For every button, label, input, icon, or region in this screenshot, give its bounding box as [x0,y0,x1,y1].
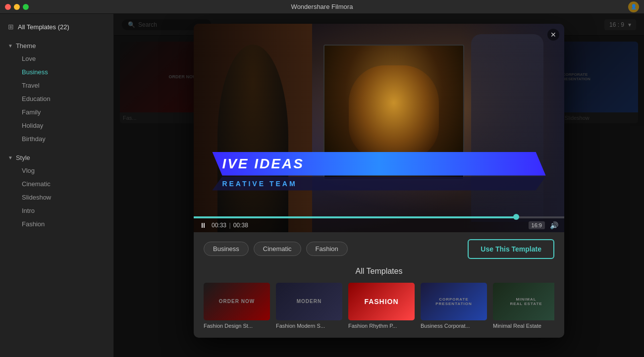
time-display: 00:33 | 00:38 [212,222,248,229]
controls-row: ⏸ 00:33 | 00:38 16:9 🔊 [194,218,564,232]
theme-section-toggle[interactable]: ▼ Theme [8,40,106,52]
theme-section-label: Theme [16,42,36,50]
sidebar-item-slideshow[interactable]: Slideshow [8,191,106,204]
mini-thumb-fashion-modern: MODERN [276,283,342,320]
avatar: 👤 [628,1,639,12]
mini-card-fashion-rhythm[interactable]: FASHION Fashion Rhythm P... [348,283,415,329]
titlebar: Wondershare Filmora 👤 [0,0,644,14]
mini-label-fashion-design: Fashion Design St... [204,323,270,329]
progress-bar-fill [194,216,516,218]
app-title: Wondershare Filmora [291,3,353,10]
all-templates-heading: All Templates [204,267,554,276]
modal-close-button[interactable]: ✕ [547,29,559,41]
tag-cinematic[interactable]: Cinematic [254,242,301,256]
sidebar-item-fashion[interactable]: Fashion [8,217,106,231]
mini-card-minimal-real-estate[interactable]: MINIMALREAL ESTATE Minimal Real Estate [493,283,554,329]
mini-thumb-fashion-design: ORDER NOW [204,283,270,320]
time-separator: | [229,222,232,229]
modal: ✕ [194,24,564,338]
templates-scroll: ORDER NOW Fashion Design St... MODERN Fa… [204,283,554,331]
controls-right: 16:9 🔊 [529,221,558,229]
style-section-label: Style [16,154,30,161]
traffic-lights [5,4,29,10]
sidebar-item-intro[interactable]: Intro [8,204,106,217]
minimize-traffic-light[interactable] [14,4,20,10]
play-pause-button[interactable]: ⏸ [200,221,207,229]
modal-footer: Business Cinematic Fashion Use This Temp… [194,232,564,338]
sidebar-item-birthday[interactable]: Birthday [8,132,106,146]
sidebar-item-holiday[interactable]: Holiday [8,119,106,132]
sidebar-item-education[interactable]: Education [8,92,106,105]
aspect-badge: 16:9 [529,221,545,229]
video-title-overlay: IVE IDEAS REATIVE TEAM [212,152,545,191]
progress-bar[interactable] [194,216,564,218]
mini-label-business-corporate: Business Corporat... [421,323,487,329]
volume-button[interactable]: 🔊 [550,221,558,229]
progress-handle[interactable] [513,214,519,220]
style-section-toggle[interactable]: ▼ Style [8,152,106,164]
tags-row: Business Cinematic Fashion Use This Temp… [204,239,554,259]
main-layout: ⊞ All Templates (22) ▼ Theme Love Busine… [0,14,644,357]
sidebar: ⊞ All Templates (22) ▼ Theme Love Busine… [0,14,114,357]
modal-video: IVE IDEAS REATIVE TEAM [194,24,564,232]
time-total: 00:38 [233,222,248,229]
sidebar-item-vlog[interactable]: Vlog [8,164,106,177]
tag-fashion[interactable]: Fashion [306,242,348,256]
video-person-left [194,24,312,232]
video-subtitle-text: REATIVE TEAM [222,180,297,188]
time-current: 00:33 [212,222,226,229]
mini-thumb-minimal-real-estate: MINIMALREAL ESTATE [493,283,554,320]
templates-icon: ⊞ [8,23,14,31]
theme-arrow-icon: ▼ [8,43,13,49]
video-subtitle-bar: REATIVE TEAM [212,177,545,191]
mini-card-fashion-modern[interactable]: MODERN Fashion Modern S... [276,283,342,329]
tag-business[interactable]: Business [204,242,249,256]
sidebar-item-cinematic[interactable]: Cinematic [8,177,106,191]
sidebar-item-business[interactable]: Business [8,65,106,79]
style-arrow-icon: ▼ [8,155,13,160]
video-title-bar: IVE IDEAS [212,152,545,176]
sidebar-item-travel[interactable]: Travel [8,79,106,92]
theme-section: ▼ Theme Love Business Travel Education F… [0,37,113,149]
close-traffic-light[interactable] [5,4,11,10]
video-scene [194,24,564,232]
video-title-text: IVE IDEAS [222,156,304,171]
mini-label-minimal-real-estate: Minimal Real Estate [493,323,554,329]
sidebar-header[interactable]: ⊞ All Templates (22) [0,19,113,35]
sidebar-header-text: All Templates (22) [18,23,69,31]
mini-thumb-fashion-rhythm: FASHION [348,283,415,320]
video-person-right [461,24,564,232]
mini-card-fashion-design[interactable]: ORDER NOW Fashion Design St... [204,283,270,329]
use-template-button[interactable]: Use This Template [468,239,554,259]
maximize-traffic-light[interactable] [23,4,29,10]
video-controls: ⏸ 00:33 | 00:38 16:9 🔊 [194,216,564,232]
content-area: 🔍 16 : 9 ▾ ORDER NOW Fas... MODERN Min..… [114,14,644,357]
modal-overlay: ✕ [114,14,644,357]
style-section: ▼ Style Vlog Cinematic Slideshow Intro F… [0,149,113,234]
sidebar-item-love[interactable]: Love [8,52,106,65]
sidebar-item-family[interactable]: Family [8,105,106,119]
mini-thumb-business-corporate: CORPORATEPRESENTATION [421,283,487,320]
mini-label-fashion-modern: Fashion Modern S... [276,323,342,329]
mini-label-fashion-rhythm: Fashion Rhythm P... [348,323,415,329]
mini-card-business-corporate[interactable]: CORPORATEPRESENTATION Business Corporat.… [421,283,487,329]
